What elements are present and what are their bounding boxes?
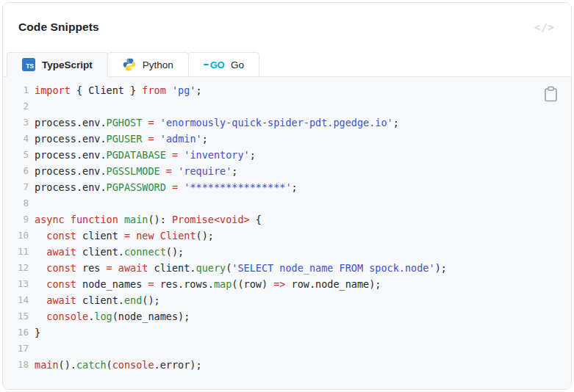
go-icon: GO xyxy=(204,59,224,70)
line-number: 7 xyxy=(3,179,29,195)
line-number: 2 xyxy=(3,98,29,115)
code-text: import { Client } from 'pg'; xyxy=(35,82,202,98)
page-title: Code Snippets xyxy=(18,21,99,34)
code-line: 9async function main(): Promise<void> { xyxy=(3,211,571,228)
line-number: 1 xyxy=(3,82,29,98)
line-number: 17 xyxy=(3,341,29,357)
code-text: const res = await client.query('SELECT n… xyxy=(35,260,447,276)
code-text: console.log(node_names); xyxy=(35,308,190,324)
line-number: 9 xyxy=(3,211,29,228)
code-text: process.env.PGHOST = 'enormously-quick-s… xyxy=(35,115,399,131)
code-line: 5process.env.PGDATABASE = 'inventory'; xyxy=(3,147,571,163)
code-line: 13 const node_names = res.rows.map((row)… xyxy=(3,276,571,292)
line-number: 11 xyxy=(3,244,29,260)
copy-code-button[interactable] xyxy=(542,86,559,104)
code-line: 4process.env.PGUSER = 'admin'; xyxy=(3,131,571,147)
code-brackets-icon: </> xyxy=(534,21,555,33)
code-snippets-card: Code Snippets </> TS TypeScript Python G… xyxy=(2,2,572,390)
line-number: 8 xyxy=(3,195,29,211)
python-icon xyxy=(123,58,136,71)
code-line: 6process.env.PGSSLMODE = 'require'; xyxy=(3,163,571,179)
code-line: 3process.env.PGHOST = 'enormously-quick-… xyxy=(3,115,571,131)
code-line: 10 const client = new Client(); xyxy=(3,228,571,244)
code-text: } xyxy=(35,324,40,341)
code-line: 18main().catch(console.error); xyxy=(3,357,571,373)
code-line: 17 xyxy=(3,341,571,357)
code-line: 7process.env.PGPASSWORD = '*************… xyxy=(3,179,571,195)
tab-typescript-label: TypeScript xyxy=(42,59,93,70)
code-text: process.env.PGDATABASE = 'inventory'; xyxy=(35,147,256,163)
line-number: 3 xyxy=(3,115,29,131)
typescript-icon: TS xyxy=(22,58,35,71)
code-text: main().catch(console.error); xyxy=(35,357,202,373)
code-line: 16} xyxy=(3,324,571,341)
code-text: await client.connect(); xyxy=(35,244,184,260)
tab-python-label: Python xyxy=(143,59,173,70)
code-line: 12 const res = await client.query('SELEC… xyxy=(3,260,571,276)
code-line: 15 console.log(node_names); xyxy=(3,308,571,324)
code-lines: 1import { Client } from 'pg';23process.e… xyxy=(3,82,571,373)
line-number: 5 xyxy=(3,147,29,163)
code-line: 14 await client.end(); xyxy=(3,292,571,308)
code-line: 8 xyxy=(3,195,571,211)
code-text: process.env.PGUSER = 'admin'; xyxy=(35,131,208,147)
code-line: 11 await client.connect(); xyxy=(3,244,571,260)
line-number: 14 xyxy=(3,292,29,308)
code-text: const client = new Client(); xyxy=(35,228,214,244)
line-number: 12 xyxy=(3,260,29,276)
line-number: 15 xyxy=(3,308,29,324)
line-number: 13 xyxy=(3,276,29,292)
tab-typescript[interactable]: TS TypeScript xyxy=(7,52,108,77)
tab-python[interactable]: Python xyxy=(107,52,189,77)
code-editor-panel: 1import { Client } from 'pg';23process.e… xyxy=(3,77,571,389)
line-number: 16 xyxy=(3,324,29,341)
line-number: 18 xyxy=(3,357,29,373)
card-header: Code Snippets </> xyxy=(3,3,571,51)
code-text: process.env.PGPASSWORD = '**************… xyxy=(35,179,298,195)
line-number: 6 xyxy=(3,163,29,179)
code-text: await client.end(); xyxy=(35,292,160,308)
code-text: process.env.PGSSLMODE = 'require'; xyxy=(35,163,237,179)
code-line: 1import { Client } from 'pg'; xyxy=(3,82,571,98)
language-tabbar: TS TypeScript Python GO Go xyxy=(3,51,571,77)
code-text: async function main(): Promise<void> { xyxy=(35,211,262,228)
code-line: 2 xyxy=(3,98,571,115)
line-number: 4 xyxy=(3,131,29,147)
line-number: 10 xyxy=(3,228,29,244)
tab-go[interactable]: GO Go xyxy=(188,52,259,77)
code-text: const node_names = res.rows.map((row) =>… xyxy=(35,276,381,292)
tab-go-label: Go xyxy=(231,59,244,70)
